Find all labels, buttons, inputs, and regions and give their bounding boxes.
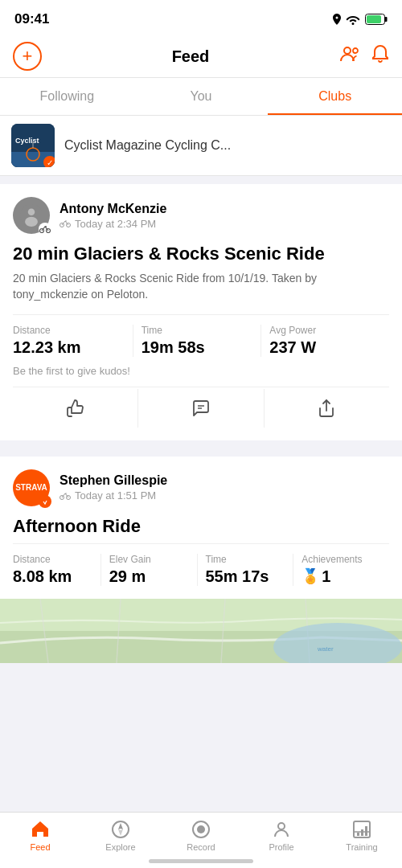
nav-item-explore[interactable]: Explore <box>80 819 161 852</box>
activity-time-1: Today at 2:34 PM <box>75 218 156 230</box>
header: + Feed <box>0 35 402 78</box>
svg-point-34 <box>278 823 285 829</box>
nav-item-profile[interactable]: Profile <box>241 819 322 852</box>
cycling-badge-1 <box>39 223 51 235</box>
svg-rect-39 <box>361 829 363 836</box>
club-name: Cyclist Magazine Cycling C... <box>64 138 231 153</box>
club-avatar: Cyclist ✓ <box>11 124 55 167</box>
stat-elev-label-2: Elev Gain <box>109 554 189 565</box>
nav-label-explore: Explore <box>105 842 135 852</box>
plus-icon: + <box>23 46 33 67</box>
add-button[interactable]: + <box>13 42 42 71</box>
stat-distance-value-1: 12.23 km <box>13 338 125 357</box>
activity-header-2: STRAVA Stephen Gillespie Today at 1:51 P… <box>13 469 389 506</box>
tab-clubs[interactable]: Clubs <box>268 78 402 115</box>
wifi-icon <box>346 14 360 25</box>
stat-distance-2: Distance 8.08 km <box>13 554 101 586</box>
stat-time-1: Time 19m 58s <box>142 325 262 357</box>
svg-rect-2 <box>367 15 381 23</box>
location-icon <box>333 14 341 25</box>
activity-time-2: Today at 1:51 PM <box>75 489 156 502</box>
verified-badge: ✓ <box>43 156 55 167</box>
bell-icon[interactable] <box>371 44 389 68</box>
stats-row-2: Distance 8.08 km Elev Gain 29 m Time 55m… <box>13 543 389 586</box>
header-actions <box>339 44 389 68</box>
stat-power-label-1: Avg Power <box>269 325 381 336</box>
nav-item-feed[interactable]: Feed <box>0 819 80 852</box>
status-bar: 09:41 <box>0 0 402 35</box>
svg-marker-31 <box>118 829 123 836</box>
nav-label-record: Record <box>187 842 215 852</box>
activity-card-2: STRAVA Stephen Gillespie Today at 1:51 P… <box>0 457 402 599</box>
svg-point-3 <box>344 47 351 54</box>
activity-desc-1: 20 min Glaciers & Rocks Scenic Ride from… <box>13 271 389 302</box>
activity-meta-2: Today at 1:51 PM <box>59 489 389 502</box>
chart-icon <box>351 819 372 840</box>
map-svg: water <box>0 599 402 663</box>
page-title: Feed <box>172 47 210 66</box>
svg-point-18 <box>65 220 67 222</box>
action-row-1 <box>13 387 389 428</box>
svg-rect-40 <box>365 826 367 836</box>
share-button-1[interactable] <box>265 389 389 428</box>
thumbs-up-icon <box>66 399 85 418</box>
tab-following[interactable]: Following <box>0 78 134 115</box>
tab-you[interactable]: You <box>134 78 269 115</box>
svg-point-11 <box>28 208 35 215</box>
avatar-container-2: STRAVA <box>13 469 50 506</box>
stat-elev-value-2: 29 m <box>109 567 189 586</box>
status-time: 09:41 <box>14 11 49 27</box>
person-icon <box>271 819 292 840</box>
activity-map-2: water <box>0 599 402 663</box>
strava-badge-2 <box>39 495 51 508</box>
svg-rect-1 <box>385 17 388 22</box>
bike-meta-icon-2 <box>59 492 71 500</box>
svg-rect-38 <box>357 833 359 836</box>
svg-point-33 <box>197 825 205 833</box>
friends-icon[interactable] <box>339 45 360 68</box>
separator-1 <box>0 176 402 184</box>
svg-text:water: water <box>317 645 334 653</box>
nav-label-feed: Feed <box>30 842 50 852</box>
stat-elev-2: Elev Gain 29 m <box>109 554 198 586</box>
trophy-icon: 🏅 <box>302 567 319 585</box>
user-info-1: Antony McKenzie Today at 2:34 PM <box>59 202 389 230</box>
kudos-button-1[interactable] <box>13 389 138 428</box>
activity-header-1: Antony McKenzie Today at 2:34 PM <box>13 197 389 234</box>
nav-label-profile: Profile <box>269 842 293 852</box>
activity-title-1: 20 min Glaciers & Rocks Scenic Ride <box>13 244 389 264</box>
stat-time-value-2: 55m 17s <box>206 567 285 586</box>
comment-icon <box>191 399 211 418</box>
svg-point-12 <box>25 217 38 227</box>
tabs: Following You Clubs <box>0 78 402 116</box>
home-icon <box>30 819 51 840</box>
stat-time-label-2: Time <box>206 554 285 565</box>
comment-button-1[interactable] <box>138 389 264 428</box>
stat-power-value-1: 237 W <box>269 338 381 357</box>
stat-achievements-2: Achievements 🏅 1 <box>302 554 389 586</box>
stat-achievements-value-2: 🏅 1 <box>302 567 381 586</box>
nav-item-record[interactable]: Record <box>161 819 241 852</box>
stat-achievements-label-2: Achievements <box>302 554 381 565</box>
nav-item-training[interactable]: Training <box>322 819 402 852</box>
svg-text:Cyclist: Cyclist <box>15 137 39 145</box>
share-icon <box>317 399 336 418</box>
club-banner[interactable]: Cyclist ✓ Cyclist Magazine Cycling C... <box>0 116 402 176</box>
battery-icon <box>365 14 388 25</box>
compass-icon <box>110 819 131 840</box>
user-name-1: Antony McKenzie <box>59 202 389 216</box>
svg-point-15 <box>45 226 47 227</box>
stat-time-2: Time 55m 17s <box>206 554 294 586</box>
stat-distance-label-2: Distance <box>13 554 92 565</box>
activity-card-1: Antony McKenzie Today at 2:34 PM 20 min … <box>0 184 402 440</box>
stat-distance-value-2: 8.08 km <box>13 567 92 586</box>
activity-meta-1: Today at 2:34 PM <box>59 218 389 230</box>
record-icon <box>191 819 211 840</box>
activity-title-2: Afternoon Ride <box>13 516 389 537</box>
user-info-2: Stephen Gillespie Today at 1:51 PM <box>59 473 389 502</box>
kudos-text-1: Be the first to give kudos! <box>13 365 389 377</box>
user-name-2: Stephen Gillespie <box>59 473 389 488</box>
svg-marker-30 <box>118 823 123 829</box>
avatar-container-1 <box>13 197 50 234</box>
bike-meta-icon-1 <box>59 219 71 227</box>
